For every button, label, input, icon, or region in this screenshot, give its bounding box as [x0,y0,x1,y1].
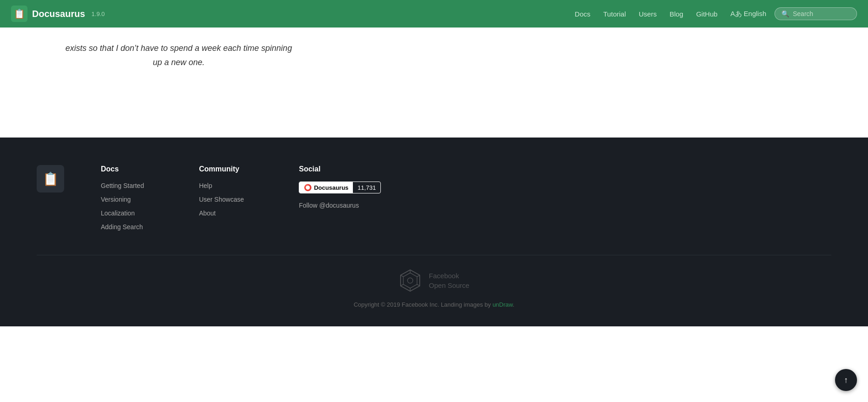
nav-blog[interactable]: Blog [665,7,688,21]
github-badge-label: Docusaurus [314,184,348,191]
nav-links: Docs Tutorial Users Blog GitHub Aあ Engli… [570,7,857,21]
nav-tutorial[interactable]: Tutorial [599,7,630,21]
main-content: exists so that I don’t have to spend a w… [0,28,868,138]
footer-link-adding-search[interactable]: Adding Search [101,223,143,231]
footer-bottom: Facebook Open Source Copyright © 2019 Fa… [37,269,831,308]
footer: 📋 Docs Getting Started Versioning Locali… [0,138,868,326]
svg-line-4 [417,275,420,276]
fb-opensource-logo [399,269,422,292]
github-icon: ⭕ [304,184,312,191]
brand-version: 1.9.0 [92,11,105,17]
navbar: 📋 Docusaurus 1.9.0 Docs Tutorial Users B… [0,0,868,28]
fb-text-line2: Open Source [429,281,469,289]
nav-users[interactable]: Users [634,7,661,21]
svg-point-2 [407,278,413,283]
fb-text-line1: Facebook [429,272,459,280]
copyright-text: Copyright © 2019 Facebook Inc. Landing i… [354,301,515,308]
follow-link[interactable]: Follow @docusaurus [299,202,381,209]
undraw-link[interactable]: unDraw [493,301,513,308]
footer-docs-col: Docs Getting Started Versioning Localiza… [101,165,144,237]
brand-name: Docusaurus [32,9,85,19]
search-box[interactable]: 🔍 Search [775,7,857,20]
footer-docs-links: Getting Started Versioning Localization … [101,182,144,231]
footer-link-about[interactable]: About [199,209,216,217]
svg-line-5 [417,284,420,286]
brand-link[interactable]: 📋 Docusaurus 1.9.0 [11,6,105,22]
search-icon: 🔍 [781,10,789,17]
footer-community-col: Community Help User Showcase About [199,165,244,237]
svg-line-7 [401,284,403,286]
footer-link-versioning[interactable]: Versioning [101,196,131,203]
github-badge-name: ⭕ Docusaurus [299,182,353,193]
github-star-count: 11,731 [353,182,380,193]
footer-docs-heading: Docs [101,165,144,173]
footer-social-heading: Social [299,165,381,173]
search-placeholder: Search [793,10,813,17]
footer-logo: 📋 [37,165,64,193]
nav-github[interactable]: GitHub [692,7,722,21]
footer-link-user-showcase[interactable]: User Showcase [199,196,244,203]
svg-marker-1 [403,273,417,288]
copyright-prefix: Copyright © 2019 Facebook Inc. Landing i… [354,301,491,308]
footer-link-localization[interactable]: Localization [101,209,135,217]
brand-icon: 📋 [11,6,27,22]
footer-community-links: Help User Showcase About [199,182,244,217]
footer-top: 📋 Docs Getting Started Versioning Locali… [37,165,831,237]
footer-community-heading: Community [199,165,244,173]
svg-line-8 [401,275,403,276]
footer-divider [37,255,831,255]
footer-link-getting-started[interactable]: Getting Started [101,182,144,189]
language-selector[interactable]: Aあ English [726,7,771,21]
github-badge[interactable]: ⭕ Docusaurus 11,731 [299,182,381,193]
fb-opensource-text: Facebook Open Source [429,271,469,290]
quote-text: exists so that I don’t have to spend a w… [64,41,293,69]
footer-columns: Docs Getting Started Versioning Localiza… [101,165,831,237]
copyright-end: . [513,301,515,308]
nav-docs[interactable]: Docs [570,7,595,21]
fb-opensource: Facebook Open Source [399,269,469,292]
footer-link-help[interactable]: Help [199,182,212,189]
footer-social-col: Social ⭕ Docusaurus 11,731 Follow @docus… [299,165,381,237]
